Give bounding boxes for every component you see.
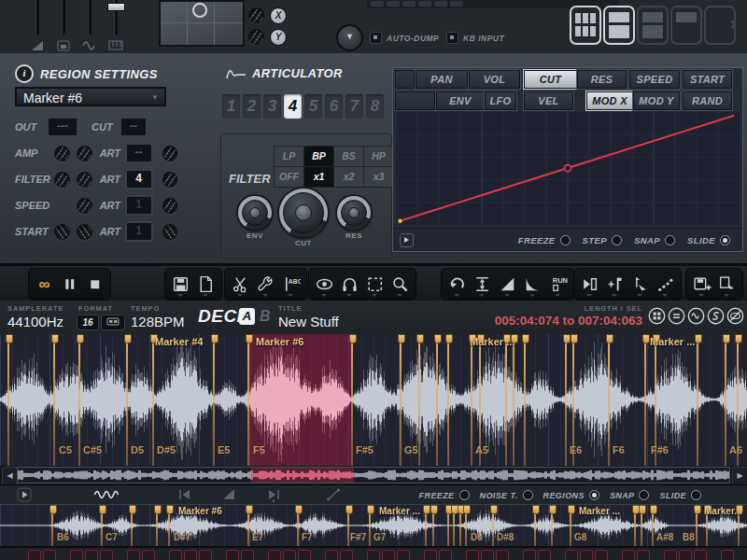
- filter-order-off[interactable]: OFF: [275, 167, 303, 187]
- info-icon[interactable]: i: [15, 64, 34, 83]
- piano-key[interactable]: [424, 550, 437, 560]
- scroll-right-button[interactable]: ▶: [732, 467, 747, 485]
- layout-two-pane-button[interactable]: [637, 6, 669, 45]
- region-marker-flag[interactable]: [213, 334, 215, 466]
- tab-rand[interactable]: RAND: [683, 91, 732, 110]
- filter-art-value[interactable]: 4: [125, 169, 153, 189]
- region-marker-flag[interactable]: [436, 334, 438, 466]
- piano-key[interactable]: [184, 550, 197, 560]
- amp-knob[interactable]: [77, 146, 92, 161]
- disk-icon[interactable]: [56, 38, 73, 50]
- sine-icon[interactable]: [82, 38, 99, 50]
- region-marker-flag[interactable]: [347, 505, 349, 547]
- volume-icon[interactable]: [30, 38, 47, 50]
- layout-stacked-button[interactable]: [603, 6, 635, 45]
- env-knob[interactable]: ENV: [238, 196, 272, 230]
- y-knob[interactable]: [248, 29, 264, 45]
- piano-key[interactable]: [637, 550, 650, 560]
- amplify-button[interactable]: [470, 271, 495, 298]
- speed-mod-knob[interactable]: [162, 198, 177, 214]
- region-marker-flag[interactable]: [78, 334, 80, 466]
- abc-marker-button[interactable]: ABC: [278, 271, 303, 298]
- navigator-wave[interactable]: [18, 468, 729, 483]
- layout-one-pane-button[interactable]: [670, 6, 702, 45]
- piano-key[interactable]: [127, 550, 140, 560]
- amp-art-value[interactable]: --: [125, 143, 153, 163]
- slice-tool-button[interactable]: [627, 271, 653, 298]
- piano-key[interactable]: [382, 550, 395, 560]
- region-marker-flag[interactable]: [247, 334, 249, 466]
- articulator-slot-1[interactable]: 1: [222, 94, 240, 119]
- dump-score-button[interactable]: [653, 271, 678, 298]
- piano-key[interactable]: [283, 550, 296, 560]
- region-marker-flag[interactable]: [168, 505, 170, 547]
- region-marker-flag[interactable]: [696, 505, 698, 547]
- piano-key[interactable]: [622, 550, 635, 560]
- deck-a-button[interactable]: A: [239, 308, 255, 325]
- option-radio[interactable]: [560, 235, 571, 245]
- tab-start[interactable]: START: [683, 70, 732, 89]
- equalize-button[interactable]: [668, 307, 685, 329]
- tab-mod-x[interactable]: MOD X: [586, 91, 633, 110]
- piano-key[interactable]: [169, 550, 182, 560]
- dropdown-button[interactable]: ▼: [336, 24, 363, 51]
- piano-key[interactable]: [28, 550, 41, 560]
- nav-option-freeze[interactable]: FREEZE: [419, 490, 470, 500]
- option-radio[interactable]: [612, 235, 622, 245]
- scroll-left-button[interactable]: ◀: [2, 467, 18, 485]
- mod-option-freeze[interactable]: FREEZE: [518, 235, 571, 245]
- filter-knob[interactable]: [77, 172, 92, 188]
- filter-order-x3[interactable]: x3: [364, 167, 393, 187]
- tab-speed[interactable]: SPEED: [629, 70, 680, 89]
- tools-button[interactable]: [253, 271, 278, 298]
- tab-cut[interactable]: CUT: [524, 70, 577, 89]
- auto-dump-checkbox[interactable]: AUTO-DUMP: [370, 32, 439, 44]
- fader-track[interactable]: [35, 0, 39, 35]
- piano-key[interactable]: [595, 550, 608, 560]
- region-marker-flag[interactable]: [492, 505, 494, 547]
- filter-knob[interactable]: [54, 172, 70, 188]
- loop-button[interactable]: ∞: [32, 271, 57, 298]
- layout-multi-button[interactable]: [570, 6, 601, 45]
- region-marker-flag[interactable]: [369, 505, 371, 547]
- piano-key[interactable]: [664, 550, 677, 560]
- scissors-button[interactable]: [228, 271, 253, 298]
- start-knob[interactable]: [77, 224, 92, 240]
- speed-art-value[interactable]: 1: [125, 195, 153, 216]
- fade-in-button[interactable]: [495, 271, 520, 298]
- piano-key[interactable]: [85, 550, 98, 560]
- region-marker-flag[interactable]: [524, 334, 526, 466]
- option-radio[interactable]: [691, 490, 701, 500]
- region-marker-flag[interactable]: [156, 505, 158, 547]
- cut-value[interactable]: --: [120, 117, 148, 137]
- region-marker-flag[interactable]: [425, 505, 427, 547]
- region-marker-flag[interactable]: [247, 505, 249, 547]
- tab-res[interactable]: RES: [577, 70, 627, 89]
- region-marker-flag[interactable]: [652, 505, 654, 547]
- title-value[interactable]: New Stuff: [278, 314, 339, 329]
- piano-key[interactable]: [496, 550, 509, 560]
- deck-b-button[interactable]: B: [260, 308, 271, 325]
- articulator-slot-7[interactable]: 7: [345, 94, 363, 119]
- piano-key[interactable]: [100, 550, 113, 560]
- previous-marker-button[interactable]: [177, 487, 192, 506]
- region-marker-flag[interactable]: [644, 334, 646, 466]
- region-marker-flag[interactable]: [7, 334, 9, 466]
- articulator-slot-3[interactable]: 3: [263, 94, 281, 119]
- piano-key[interactable]: [70, 550, 83, 560]
- piano-key[interactable]: [481, 550, 494, 560]
- region-marker-flag[interactable]: [551, 505, 553, 547]
- region-marker-flag[interactable]: [126, 334, 128, 466]
- region-marker-flag[interactable]: [297, 505, 299, 547]
- next-marker-button[interactable]: [266, 487, 281, 506]
- region-marker-flag[interactable]: [152, 334, 154, 466]
- tab-lfo[interactable]: LFO: [485, 91, 516, 110]
- piano-key[interactable]: [565, 550, 578, 560]
- region-marker-flag[interactable]: [471, 334, 472, 466]
- region-marker-flag[interactable]: [447, 334, 449, 466]
- res-knob[interactable]: RES: [337, 196, 371, 230]
- play-button-button[interactable]: [17, 487, 32, 506]
- region-marker-flag[interactable]: [432, 505, 434, 547]
- fader-track[interactable]: [62, 0, 65, 35]
- option-radio[interactable]: [589, 490, 599, 500]
